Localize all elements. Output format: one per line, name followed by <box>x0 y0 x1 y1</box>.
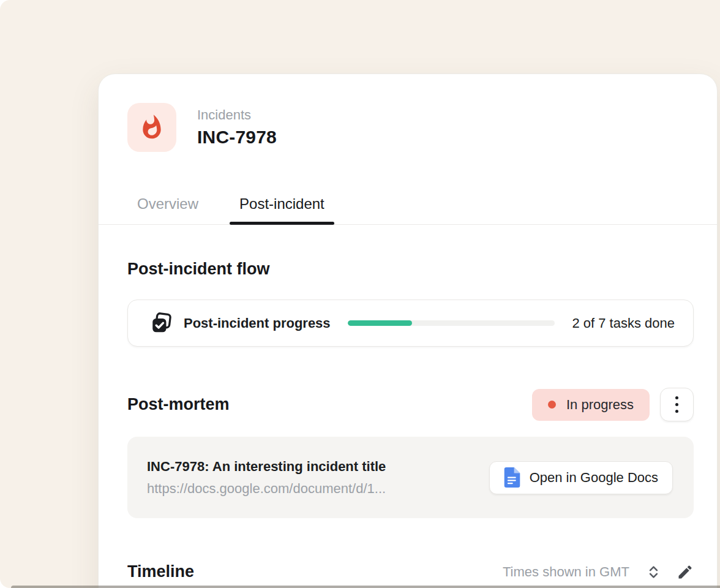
timeline-actions: Times shown in GMT <box>503 564 694 581</box>
edit-timeline-button[interactable] <box>677 564 694 581</box>
breadcrumb[interactable]: Incidents <box>197 107 277 123</box>
post-incident-progress-card[interactable]: Post-incident progress 2 of 7 tasks done <box>127 300 694 347</box>
post-mortem-header-row: Post-mortem In progress <box>127 388 694 421</box>
edit-pencil-icon <box>677 564 694 581</box>
section-heading-post-mortem: Post-mortem <box>127 394 230 415</box>
status-badge-label: In progress <box>566 397 634 413</box>
kebab-dot <box>675 410 678 413</box>
progress-label: Post-incident progress <box>184 315 331 331</box>
post-mortem-actions: In progress <box>532 388 694 421</box>
section-heading-timeline: Timeline <box>127 562 194 582</box>
google-docs-icon <box>504 467 520 488</box>
incident-titles: Incidents INC-7978 <box>197 107 277 148</box>
kebab-menu-button[interactable] <box>660 388 694 421</box>
page: Incidents INC-7978 Overview Post-inciden… <box>0 0 720 588</box>
tab-bar: Overview Post-incident <box>99 195 717 225</box>
status-badge[interactable]: In progress <box>532 389 650 421</box>
document-url[interactable]: https://docs.google.com/document/d/1... <box>147 480 386 497</box>
open-in-google-docs-button[interactable]: Open in Google Docs <box>489 461 673 494</box>
status-dot-icon <box>548 401 556 409</box>
progress-bar <box>348 320 555 326</box>
section-heading-post-incident-flow: Post-incident flow <box>127 259 694 279</box>
timeline-header-row: Timeline Times shown in GMT <box>127 562 694 582</box>
unfold-icon <box>645 564 662 581</box>
checklist-icon-glyph <box>150 312 173 334</box>
document-title: INC-7978: An interesting incident title <box>147 458 386 475</box>
tab-overview[interactable]: Overview <box>127 195 208 224</box>
kebab-dot <box>675 396 678 399</box>
postmortem-document-card: INC-7978: An interesting incident title … <box>127 437 694 518</box>
progress-status-text: 2 of 7 tasks done <box>572 315 675 331</box>
page-title: INC-7978 <box>197 127 277 148</box>
timezone-selector-button[interactable] <box>645 564 662 581</box>
checklist-icon <box>150 312 173 334</box>
incident-detail-card: Incidents INC-7978 Overview Post-inciden… <box>98 74 718 588</box>
incident-header: Incidents INC-7978 <box>127 103 717 152</box>
bottom-edge-shadow <box>11 586 720 588</box>
postmortem-document-info: INC-7978: An interesting incident title … <box>147 458 386 497</box>
open-in-google-docs-label: Open in Google Docs <box>530 470 658 486</box>
tab-content: Post-incident flow Post-incident progres… <box>127 259 694 582</box>
timezone-note: Times shown in GMT <box>503 564 629 580</box>
kebab-dot <box>675 403 678 406</box>
progress-bar-fill <box>348 320 412 326</box>
tab-post-incident[interactable]: Post-incident <box>230 195 334 224</box>
flame-icon-glyph <box>138 114 165 141</box>
flame-icon <box>127 103 176 152</box>
